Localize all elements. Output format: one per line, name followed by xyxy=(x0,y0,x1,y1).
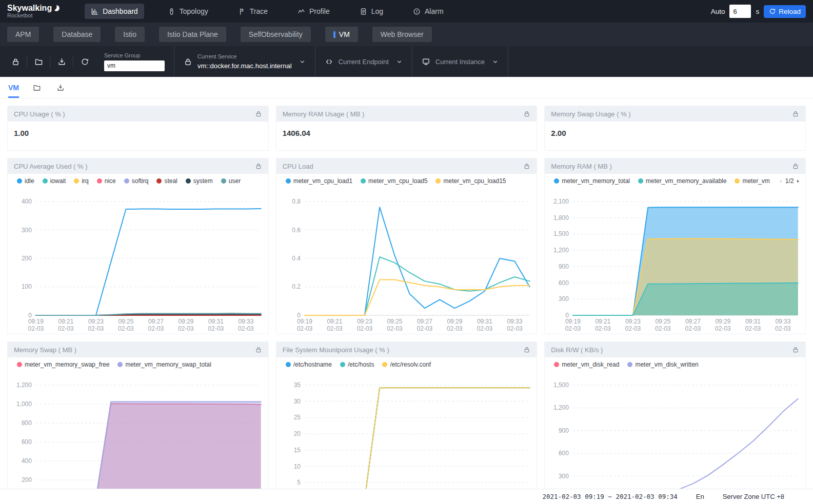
current-endpoint-selector[interactable]: Current Endpoint xyxy=(315,57,412,66)
legend-item--etc-hostname[interactable]: /etc/hostname xyxy=(286,361,332,368)
svg-text:09:31: 09:31 xyxy=(745,318,761,325)
svg-text:09:29: 09:29 xyxy=(447,318,462,325)
page-tab-istio[interactable]: Istio xyxy=(115,27,145,42)
svg-text:02-03: 02-03 xyxy=(208,325,224,332)
export-dashboard-button[interactable] xyxy=(55,82,66,93)
legend-dot xyxy=(97,178,102,184)
legend-item-system[interactable]: system xyxy=(186,177,213,185)
legend-item-irq[interactable]: irq xyxy=(74,177,88,185)
service-group-field: Service Group xyxy=(104,52,165,71)
legend-item-meter-vm-memory-swap-total[interactable]: meter_vm_memory_swap_total xyxy=(117,361,211,368)
service-group-input[interactable] xyxy=(104,61,165,71)
export-template-button[interactable] xyxy=(53,53,70,70)
area-chart-memory-ram[interactable]: 03006009001,2001,5001,8002,10009:1902-03… xyxy=(545,188,805,334)
line-chart-disk-rw[interactable]: 03006009001,2001,50009:1902-0309:2102-03… xyxy=(545,372,805,504)
legend-prev-icon[interactable] xyxy=(778,178,784,184)
chart-legend: meter_vm_memory_totalmeter_vm_memory_ava… xyxy=(545,174,805,188)
legend-item-softirq[interactable]: softirq xyxy=(124,177,149,185)
nav-alarm[interactable]: Alarm xyxy=(407,4,450,19)
auto-interval-input[interactable] xyxy=(729,5,751,18)
legend-item-meter-vm-cpu-load5[interactable]: meter_vm_cpu_load5 xyxy=(361,177,427,185)
topology-icon xyxy=(168,8,175,15)
svg-text:1,800: 1,800 xyxy=(553,214,569,221)
selector-toolbar: Service Group Current Service vm::docker… xyxy=(0,46,813,77)
legend-item-meter-vm-cpu-load1[interactable]: meter_vm_cpu_load1 xyxy=(286,177,352,185)
svg-text:25: 25 xyxy=(293,414,301,421)
lock-icon[interactable] xyxy=(523,346,530,353)
legend-dot xyxy=(435,178,441,184)
profile-icon xyxy=(298,8,305,15)
lock-icon[interactable] xyxy=(255,346,262,353)
current-service-selector[interactable]: Current Service vm::docker.for.mac.host.… xyxy=(174,53,315,70)
legend-item-meter-vm-memory-available[interactable]: meter_vm_memory_available xyxy=(638,177,726,185)
app-logo[interactable]: Skywalking Rocketbot xyxy=(7,4,60,18)
legend-item-meter-vm-disk-read[interactable]: meter_vm_disk_read xyxy=(554,361,619,368)
line-chart-cpu-average-used[interactable]: 010020030040009:1902-0309:2102-0309:2302… xyxy=(8,188,268,334)
svg-text:09:21: 09:21 xyxy=(327,318,342,325)
svg-text:1,000: 1,000 xyxy=(16,400,32,408)
page-tab-apm[interactable]: APM xyxy=(7,27,39,42)
legend-item-user[interactable]: user xyxy=(221,177,241,185)
legend-next-icon[interactable] xyxy=(795,178,801,184)
lock-template-button[interactable] xyxy=(7,53,24,70)
legend-item-meter-vm-memory-total[interactable]: meter_vm_memory_total xyxy=(554,177,630,185)
page-tab-selfobservability[interactable]: SelfObservability xyxy=(241,27,311,42)
lock-icon[interactable] xyxy=(255,163,262,170)
stat-card-memory-ram-usage: Memory RAM Usage ( MB ) 1406.04 xyxy=(276,106,538,151)
current-instance-selector[interactable]: Current Instance xyxy=(412,57,508,66)
svg-text:400: 400 xyxy=(22,198,32,205)
lock-icon[interactable] xyxy=(523,163,530,170)
lock-icon[interactable] xyxy=(523,110,530,117)
page-tab-vm[interactable]: VM xyxy=(325,27,358,42)
language-selector[interactable]: En xyxy=(696,493,704,500)
nav-profile[interactable]: Profile xyxy=(291,4,336,19)
lock-icon[interactable] xyxy=(792,346,799,353)
svg-text:09:19: 09:19 xyxy=(297,318,312,325)
svg-text:20: 20 xyxy=(293,430,301,437)
line-chart-cpu-load[interactable]: 00.20.40.60.809:1902-0309:2102-0309:2302… xyxy=(276,188,537,334)
import-template-button[interactable] xyxy=(30,53,47,70)
chart-card-disk-rw: Disk R/W ( KB/s ) meter_vm_disk_readmete… xyxy=(544,341,806,504)
lock-icon[interactable] xyxy=(792,110,799,117)
import-dashboard-button[interactable] xyxy=(31,82,43,93)
legend-item--etc-hosts[interactable]: /etc/hosts xyxy=(340,361,374,368)
time-range-picker[interactable]: 2021-02-03 09:19 ~ 2021-02-03 09:34 xyxy=(542,493,677,500)
legend-item-nice[interactable]: nice xyxy=(97,177,116,185)
legend-item-meter-vm-cpu-load15[interactable]: meter_vm_cpu_load15 xyxy=(435,177,506,185)
server-zone[interactable]: Server Zone UTC +8 xyxy=(723,493,784,500)
line-chart-filesystem-usage[interactable]: 0510152025303509:1902-0309:2102-0309:230… xyxy=(276,372,537,504)
reload-button[interactable]: Reload xyxy=(764,5,806,18)
legend-item-meter-vm-disk-written[interactable]: meter_vm_disk_written xyxy=(627,361,698,368)
download-icon xyxy=(56,84,65,92)
legend-dot xyxy=(43,178,48,184)
divider xyxy=(73,56,73,67)
nav-log[interactable]: Log xyxy=(353,4,389,19)
legend-item-steal[interactable]: steal xyxy=(156,177,177,185)
lock-icon[interactable] xyxy=(255,110,262,117)
nav-trace[interactable]: Trace xyxy=(232,4,274,19)
status-footer: 2021-02-03 09:19 ~ 2021-02-03 09:34 En S… xyxy=(0,489,813,504)
page-tab-istio-data-plane[interactable]: Istio Data Plane xyxy=(159,27,226,42)
page-tab-database[interactable]: Database xyxy=(53,27,101,42)
page-tab-web-browser[interactable]: Web Browser xyxy=(372,27,432,42)
legend-dot xyxy=(17,178,22,184)
chevron-down-icon xyxy=(396,58,403,65)
svg-text:02-03: 02-03 xyxy=(447,325,463,332)
svg-text:02-03: 02-03 xyxy=(28,325,44,332)
svg-text:02-03: 02-03 xyxy=(238,325,254,332)
legend-item-idle[interactable]: idle xyxy=(17,177,34,185)
legend-item--etc-resolv-conf[interactable]: /etc/resolv.conf xyxy=(382,361,431,368)
refresh-templates-button[interactable] xyxy=(76,53,93,70)
svg-text:02-03: 02-03 xyxy=(595,325,611,332)
legend-item-iowait[interactable]: iowait xyxy=(43,177,66,185)
legend-item-meter-vm[interactable]: meter_vm xyxy=(735,177,769,185)
active-tab-indicator xyxy=(333,31,335,38)
nav-profile-label: Profile xyxy=(309,7,330,15)
nav-topology[interactable]: Topology xyxy=(162,4,214,19)
nav-dashboard[interactable]: Dashboard xyxy=(85,4,144,19)
auto-reload-controls: Auto s Reload xyxy=(711,5,806,18)
legend-item-meter-vm-memory-swap-free[interactable]: meter_vm_memory_swap_free xyxy=(17,361,109,368)
lock-icon[interactable] xyxy=(792,163,799,170)
dashboard-tab-vm[interactable]: VM xyxy=(8,77,19,98)
area-chart-memory-swap[interactable]: 02004006008001,0001,20009:1902-0309:2102… xyxy=(8,372,268,504)
